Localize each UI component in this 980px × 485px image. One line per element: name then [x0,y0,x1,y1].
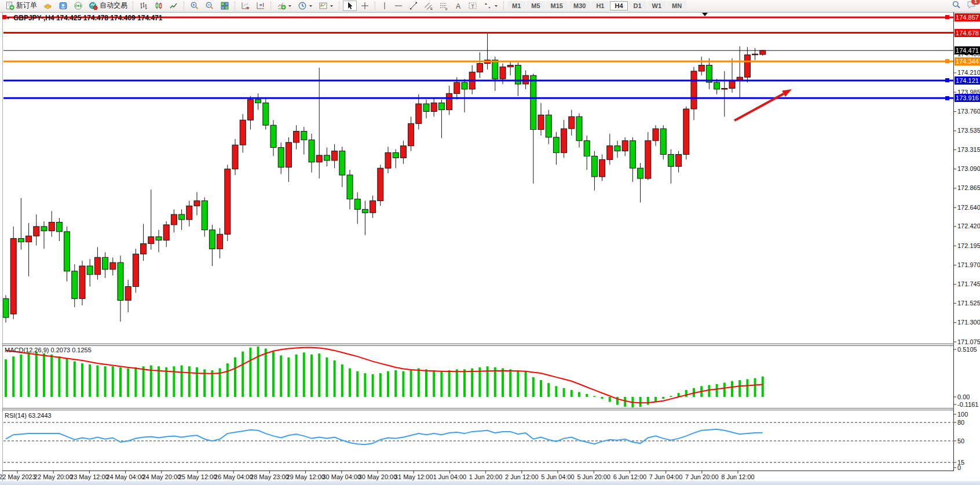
svg-text:E: E [430,7,433,10]
macd-bar [723,382,726,397]
bull-candle [431,103,437,112]
macd-bar [639,397,642,407]
line-chart-type-button[interactable] [167,1,181,11]
chart-shift-icon [256,1,265,10]
bear-candle [309,140,315,162]
search-icon[interactable] [952,0,961,12]
chart-shift-marker[interactable] [702,13,708,16]
horizontal-line-tool-button[interactable] [392,1,405,11]
gold-button[interactable] [41,1,55,11]
signal-icon [74,1,83,10]
bull-candle [691,71,697,109]
macd-bar [463,369,466,397]
chart-canvas[interactable] [0,0,980,485]
main-macd-separator[interactable] [2,344,954,344]
signal-button[interactable] [71,1,85,11]
indicators-button[interactable] [275,1,294,11]
bear-candle [118,262,123,300]
macd-bar [708,385,710,398]
toolbar-separator [503,2,504,10]
fibonacci-tool-button[interactable]: F [437,1,451,11]
macd-bar [249,348,251,397]
timeframe-button-D1[interactable]: D1 [629,1,646,10]
timeframe-button-MN[interactable]: MN [667,1,686,10]
bull-candle [94,257,100,275]
timeframe-button-M15[interactable]: M15 [546,1,568,10]
line-anchor[interactable] [945,78,949,82]
bull-candle [10,239,16,314]
new-order-label: 新订单 [16,1,37,10]
text-label-tool-button[interactable]: T [466,1,480,11]
tile-windows-button[interactable] [218,1,232,11]
candlestick-type-button[interactable] [152,1,166,11]
macd-bar [181,366,183,398]
timeframe-button-H1[interactable]: H1 [591,1,609,10]
macd-bar [96,366,98,398]
bear-candle [553,137,559,153]
timeframe-button-M5[interactable]: M5 [526,1,544,10]
bull-candle [79,266,85,298]
bull-candle [125,287,131,301]
bull-candle [561,129,567,153]
auto-trading-button[interactable]: 自动交易 [86,1,130,11]
zoom-in-button[interactable] [188,1,202,11]
text-tool-button[interactable]: A [452,1,465,11]
macd-bar [134,367,137,397]
arrows-tool-button[interactable] [481,1,500,11]
community-button[interactable] [56,1,70,11]
dropdown-caret-icon [288,2,292,10]
bull-candle [49,223,54,231]
macd-bar [20,355,22,397]
vertical-line-tool-button[interactable] [379,1,390,11]
bull-candle [217,234,223,249]
bull-candle [569,116,575,129]
bull-candle [507,65,513,67]
macd-bar [609,397,611,402]
line-anchor[interactable] [945,15,949,19]
bear-candle [18,239,24,242]
bear-candle [660,129,666,154]
macd-label: MACD(12,26,9) 0.2073 0.1255 [5,347,92,353]
main-macd-separator[interactable] [2,345,954,346]
macd-bar [456,369,458,397]
notifications-button[interactable]: 1 [967,0,977,12]
macd-bar [226,363,229,397]
equidistant-channel-icon: E [424,1,433,10]
timeframe-button-H4[interactable]: H4 [610,1,627,10]
bull-candle [599,159,605,177]
trendline-tool-button[interactable] [407,1,420,11]
bear-candle [179,214,185,220]
line-anchor[interactable] [945,96,949,100]
terminal-window: 新订单 自动交易 E F A T [0,0,980,485]
macd-bar [685,390,688,397]
bull-candle [500,67,506,79]
timeframe-button-W1[interactable]: W1 [648,1,667,10]
chart-shift-button[interactable] [254,1,268,11]
timeframe-button-M1[interactable]: M1 [507,1,525,10]
macd-rsi-separator[interactable] [2,410,954,410]
bar-chart-type-button[interactable] [137,1,151,11]
zoom-out-button[interactable] [203,1,217,11]
periods-button[interactable] [295,1,315,11]
new-order-button[interactable]: 新订单 [3,1,39,11]
macd-bar [287,358,290,397]
new-order-icon [5,1,14,10]
crosshair-tool-button[interactable] [358,1,372,11]
toolbar-separator [270,2,272,10]
macd-bar [66,359,68,398]
macd-rsi-separator[interactable] [2,408,954,409]
symbol-dropdown-icon[interactable]: ▼ [6,16,10,21]
toolbar-right-group: 1 [952,0,977,12]
auto-scroll-button[interactable] [239,1,253,11]
line-anchor[interactable] [945,59,949,63]
auto-scroll-icon [241,1,250,10]
templates-button[interactable] [316,1,336,11]
equidistant-channel-tool-button[interactable]: E [422,1,436,11]
macd-bar [35,352,38,397]
trendline-icon [409,1,418,10]
time-axis[interactable] [2,471,953,480]
timeframe-button-M30[interactable]: M30 [569,1,590,10]
cursor-tool-button[interactable] [343,1,357,11]
macd-bar [746,379,748,397]
price-axis[interactable] [953,12,980,471]
